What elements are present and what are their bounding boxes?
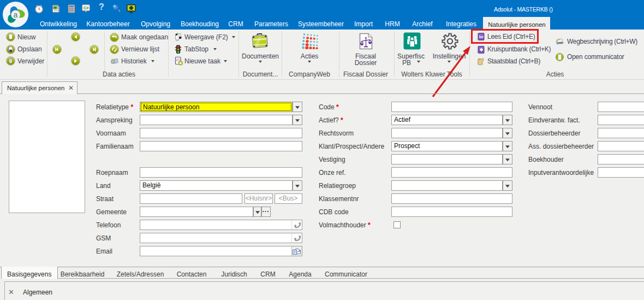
svg-text:C#: C#: [84, 5, 89, 10]
svg-text:a: a: [14, 10, 18, 19]
